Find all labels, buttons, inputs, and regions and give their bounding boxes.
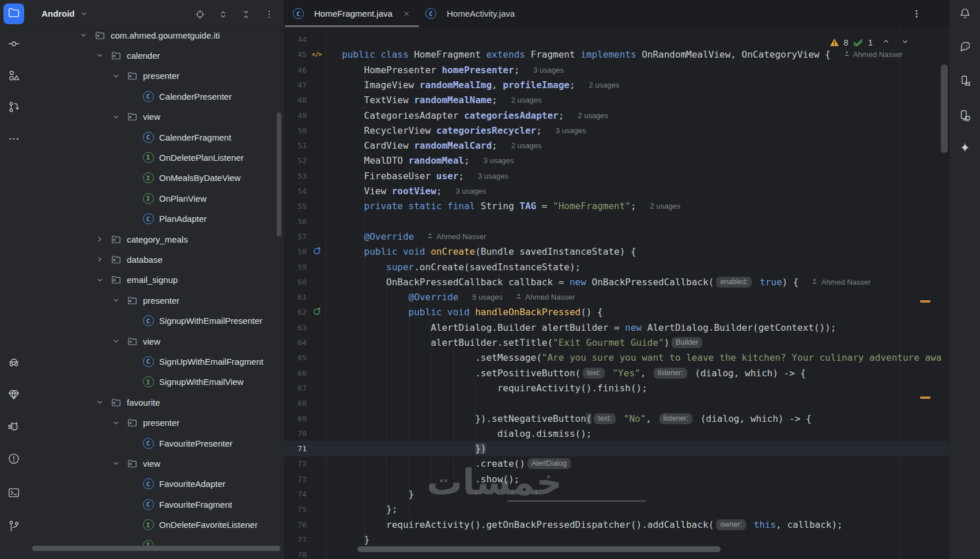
chevron-down-icon[interactable] — [110, 417, 122, 429]
tree-item-SignupWithEmailPresenter[interactable]: CSignupWithEmailPresenter — [126, 312, 262, 330]
class-icon: C — [143, 499, 154, 510]
editor-tab-HomeActivity.java[interactable]: CHomeActivity.java — [417, 0, 523, 27]
tree-item-CalenderPresenter[interactable]: CCalenderPresenter — [126, 88, 232, 105]
tree-item-view[interactable]: view — [110, 108, 160, 126]
chevron-down-icon[interactable] — [94, 396, 105, 408]
tree-item-FavouriteAdapter[interactable]: CFavouriteAdapter — [126, 475, 225, 493]
panel-kebab-icon[interactable] — [262, 8, 277, 23]
collapse-all-icon[interactable] — [239, 8, 254, 23]
chevron-down-icon[interactable] — [78, 29, 89, 41]
tree-item-database[interactable]: database — [94, 251, 163, 268]
usages-inlay[interactable]: 3 usages — [556, 126, 586, 135]
tree-item-email_signup[interactable]: email_signup — [94, 271, 178, 289]
tree-vertical-scrollbar[interactable] — [277, 112, 281, 236]
previous-problem-chevron-icon[interactable] — [881, 37, 891, 48]
tree-item-presenter[interactable]: presenter — [110, 292, 179, 309]
editor-tab-HomeFragment.java[interactable]: CHomeFragment.java — [285, 0, 419, 27]
usages-inlay[interactable]: 2 usages — [589, 81, 620, 89]
editor-vertical-scrollbar[interactable] — [941, 65, 948, 153]
tree-item-SignupWithEmailView[interactable]: ISignupWithEmailView — [126, 373, 243, 391]
implement-gutter-slot[interactable] — [309, 307, 324, 318]
project-view-selector[interactable]: Android — [42, 9, 88, 18]
line-number: 67 — [284, 384, 307, 392]
chevron-down-icon[interactable] — [110, 458, 122, 469]
usages-inlay[interactable]: 2 usages — [511, 141, 542, 150]
usages-inlay[interactable]: 3 usages — [533, 66, 564, 74]
usages-inlay[interactable]: 3 usages — [455, 187, 486, 195]
locate-file-icon[interactable] — [193, 8, 208, 23]
usages-inlay[interactable]: 2 usages — [650, 202, 681, 210]
tree-horizontal-scrollbar[interactable] — [32, 546, 280, 551]
chevron-down-icon[interactable] — [94, 50, 105, 61]
next-problem-chevron-icon[interactable] — [900, 37, 910, 48]
usages-inlay[interactable]: 5 usages — [472, 293, 503, 301]
inlay-hint-chip: text: — [594, 413, 616, 424]
tree-item-presenter[interactable]: presenter — [110, 67, 179, 85]
tab-options-kebab-icon[interactable] — [910, 7, 924, 21]
code-text: }) — [342, 443, 486, 454]
tool-button-notifications-bell-icon[interactable] — [956, 5, 974, 24]
chevron-right-icon[interactable] — [94, 233, 105, 245]
tree-item-com.ahmed.gourmetguide.iti[interactable]: com.ahmed.gourmetguide.iti — [78, 27, 220, 44]
tool-button-resource-shapes-icon[interactable] — [3, 66, 24, 87]
tool-button-running-devices-icon[interactable] — [956, 107, 974, 126]
tool-button-device-manager-icon[interactable] — [956, 73, 974, 91]
codevision-gutter-slot[interactable]: </> — [309, 51, 324, 58]
tree-item-OnMealsByDateView[interactable]: IOnMealsByDateView — [126, 169, 240, 187]
tree-item-view[interactable]: view — [110, 455, 160, 472]
chevron-down-icon[interactable] — [110, 111, 122, 123]
person-icon — [427, 232, 436, 241]
tool-button-gemini-sparkle-icon[interactable] — [956, 139, 974, 158]
line-number: 72 — [284, 459, 307, 468]
chevron-down-icon[interactable] — [110, 294, 122, 306]
usages-inlay[interactable]: 2 usages — [578, 111, 608, 120]
tree-item-category_meals[interactable]: category_meals — [94, 231, 188, 248]
tree-item-OnPlanView[interactable]: IOnPlanView — [126, 190, 206, 207]
tree-item-view[interactable]: view — [110, 333, 160, 350]
chevron-down-icon[interactable] — [110, 70, 122, 82]
tool-button-detective-icon[interactable] — [3, 353, 24, 373]
override-gutter-slot[interactable] — [309, 246, 324, 257]
author-inlay[interactable]: Ahmed Nasser — [427, 232, 486, 241]
tree-item-SignUpWithEmailFragment[interactable]: CSignUpWithEmailFragment — [126, 353, 263, 370]
tree-item-presenter[interactable]: presenter — [110, 414, 179, 432]
chevron-right-icon[interactable] — [94, 254, 105, 265]
chevron-down-icon[interactable] — [94, 274, 105, 286]
warning-stripe-mark[interactable] — [920, 396, 930, 399]
tool-button-pull-requests-icon[interactable] — [3, 98, 24, 119]
tool-button-problems-icon[interactable] — [3, 450, 24, 470]
author-inlay[interactable]: Ahmed Nasser — [515, 293, 575, 301]
tool-button-terminal-icon[interactable] — [3, 484, 24, 504]
expand-all-icon[interactable] — [216, 8, 231, 23]
tree-item-CalenderFragment[interactable]: CCalenderFragment — [126, 129, 231, 146]
author-inlay[interactable]: Ahmed Nasser — [811, 278, 870, 286]
tab-close-icon[interactable] — [402, 9, 411, 18]
usages-inlay[interactable]: 3 usages — [478, 172, 508, 180]
author-inlay[interactable]: Ahmed Nasser — [843, 50, 903, 59]
usages-inlay[interactable]: 2 usages — [511, 96, 542, 104]
tree-item-OnDeletePlanListener[interactable]: IOnDeletePlanListener — [126, 149, 244, 166]
editor-horizontal-scrollbar[interactable] — [357, 546, 721, 552]
tool-button-project-folder-icon[interactable] — [3, 3, 24, 24]
tree-item-FavouriteFragment[interactable]: CFavouriteFragment — [126, 496, 232, 513]
warning-stripe-mark[interactable] — [920, 300, 930, 303]
tree-item-FavouritePresenter[interactable]: CFavouritePresenter — [126, 435, 233, 452]
tree-item-OnDeleteFavoriteListener[interactable]: IOnDeleteFavoriteListener — [126, 516, 258, 534]
tool-button-commit-icon[interactable] — [3, 35, 24, 55]
code-line-63: 63 AlertDialog.Builder alertBuilder = ne… — [284, 320, 949, 335]
tree-item-favourite[interactable]: favourite — [94, 394, 160, 411]
tool-button-more-tools-icon[interactable] — [3, 130, 24, 150]
tool-button-gradle-elephant-icon[interactable] — [956, 39, 974, 57]
tree-item-partial[interactable]: I — [126, 537, 159, 554]
related-code-icon[interactable]: </> — [312, 51, 322, 58]
tool-button-git-branch-icon[interactable] — [3, 517, 24, 538]
tree-item-calender[interactable]: calender — [94, 47, 160, 64]
tree-item-PlanAdapter[interactable]: CPlanAdapter — [126, 210, 207, 228]
tree-item-label: com.ahmed.gourmetguide.iti — [111, 31, 220, 40]
code-editor[interactable]: 4445</>public class HomeFragment extends… — [284, 28, 949, 559]
tool-button-logcat-cat-icon[interactable] — [3, 417, 24, 438]
usages-inlay[interactable]: 3 usages — [484, 156, 514, 165]
inspections-widget[interactable]: 8 1 — [826, 35, 913, 50]
chevron-down-icon[interactable] — [110, 335, 122, 347]
tool-button-gem-icon[interactable] — [3, 386, 24, 406]
